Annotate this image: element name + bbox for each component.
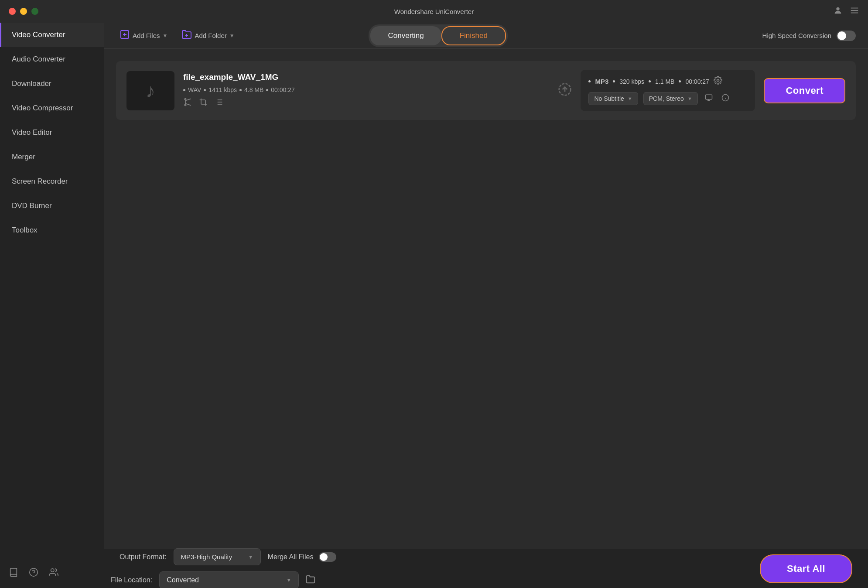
start-all-button[interactable]: Start All [760,554,852,583]
output-format-label: Output Format: [120,553,167,561]
app-title: Wondershare UniConverter [394,8,474,15]
file-location-row: File Location: Converted ▼ [111,571,336,588]
merge-toggle[interactable] [319,552,336,562]
dot1 [183,89,185,91]
hsc-toggle[interactable] [837,31,856,41]
content-area: ♪ file_example_WAV_1MG WAV 1411 kbps 4.8… [104,49,868,549]
file-name: file_example_WAV_1MG [183,72,549,82]
menu-icon[interactable] [850,6,859,17]
question-icon[interactable] [29,567,38,579]
location-dropdown[interactable]: Converted ▼ [159,571,299,588]
crop-icon[interactable] [199,98,208,109]
bottom-bar: Output Format: MP3-High Quality ▼ Merge … [104,549,868,588]
toolbar: Add Files ▼ Add Folder ▼ Converting Fini… [104,23,868,49]
out-dot1 [588,80,591,82]
output-bitrate: 320 kbps [619,78,644,85]
settings-gear-icon[interactable] [714,76,722,87]
hsc-label: High Speed Conversion [762,32,831,39]
format-dropdown-value: MP3-High Quality [181,553,232,561]
audio-chevron: ▼ [687,96,692,101]
sidebar-item-screen-recorder[interactable]: Screen Recorder [0,169,104,194]
svg-rect-25 [705,95,712,99]
sidebar-item-merger[interactable]: Merger [0,145,104,169]
file-thumbnail: ♪ [126,71,174,110]
output-format: MP3 [595,78,608,85]
sidebar-bottom [0,559,104,588]
file-location-label: File Location: [111,576,152,584]
source-bitrate: 1411 kbps [208,86,237,93]
add-files-icon [120,29,130,42]
output-size: 1.1 MB [655,78,674,85]
dot2 [204,89,206,91]
main-content: Add Files ▼ Add Folder ▼ Converting Fini… [104,23,868,588]
add-folder-icon [181,29,192,42]
add-folder-chevron: ▼ [229,33,235,39]
sidebar: Video Converter Audio Converter Download… [0,23,104,588]
svg-point-4 [30,568,38,576]
cut-icon[interactable] [183,98,192,109]
audio-dropdown[interactable]: PCM, Stereo ▼ [643,92,698,105]
format-dropdown[interactable]: MP3-High Quality ▼ [174,548,261,565]
book-icon[interactable] [9,567,18,579]
file-source-meta: WAV 1411 kbps 4.8 MB 00:00:27 [183,86,549,93]
tab-finished[interactable]: Finished [441,26,506,45]
sidebar-item-video-editor[interactable]: Video Editor [0,120,104,145]
sidebar-item-video-converter[interactable]: Video Converter [0,23,104,47]
people-icon[interactable] [49,567,58,579]
format-dropdown-chevron: ▼ [248,554,253,560]
convert-arrow-icon [558,82,572,99]
tab-switcher: Converting Finished [369,24,507,47]
audio-value: PCM, Stereo [649,95,684,102]
sidebar-item-video-compressor[interactable]: Video Compressor [0,96,104,120]
add-files-button[interactable]: Add Files ▼ [116,27,171,44]
svg-point-12 [185,104,186,106]
source-size: 4.8 MB [244,86,263,93]
convert-button[interactable]: Convert [764,78,845,103]
bottom-controls: Output Format: MP3-High Quality ▼ Merge … [120,548,336,588]
tab-converting[interactable]: Converting [370,26,441,45]
hsc-area: High Speed Conversion [762,31,856,41]
svg-point-6 [51,569,54,572]
out-dot3 [649,80,651,82]
output-duration: 00:00:27 [685,78,709,85]
format-row: Output Format: MP3-High Quality ▼ Merge … [120,548,336,565]
sidebar-item-toolbox[interactable]: Toolbox [0,218,104,243]
subtitle-row: No Subtitle ▼ PCM, Stereo ▼ [588,92,747,105]
merge-area: Merge All Files [268,552,336,562]
svg-point-13 [185,99,186,100]
sidebar-item-audio-converter[interactable]: Audio Converter [0,47,104,72]
add-folder-button[interactable]: Add Folder ▼ [178,27,238,44]
minimize-button[interactable] [20,8,27,15]
file-actions [183,98,549,109]
out-dot4 [679,80,681,82]
source-format: WAV [188,86,201,93]
profile-icon[interactable] [833,6,843,17]
app-body: Video Converter Audio Converter Download… [0,23,868,588]
location-chevron: ▼ [286,577,291,583]
maximize-button[interactable] [31,8,38,15]
out-dot2 [613,80,615,82]
sidebar-item-downloader[interactable]: Downloader [0,72,104,96]
sidebar-item-dvd-burner[interactable]: DVD Burner [0,194,104,218]
location-value: Converted [167,576,199,584]
list-icon[interactable] [215,98,223,109]
file-card: ♪ file_example_WAV_1MG WAV 1411 kbps 4.8… [116,61,856,120]
subtitle-chevron: ▼ [628,96,632,101]
open-folder-button[interactable] [306,574,315,586]
titlebar: Wondershare UniConverter [0,0,868,23]
svg-point-24 [717,79,719,82]
merge-label: Merge All Files [268,553,314,561]
subtitle-preview-icon[interactable] [703,92,714,105]
output-settings: MP3 320 kbps 1.1 MB 00:00:27 No Sub [581,70,755,111]
music-note-icon: ♪ [146,80,155,102]
close-button[interactable] [9,8,16,15]
window-controls [9,8,38,15]
subtitle-dropdown[interactable]: No Subtitle ▼ [588,92,638,105]
dot3 [239,89,242,91]
info-icon[interactable] [720,92,731,105]
source-duration: 00:00:27 [271,86,295,93]
output-format-row: MP3 320 kbps 1.1 MB 00:00:27 [588,76,747,87]
add-files-chevron: ▼ [163,33,168,39]
merge-toggle-knob [320,553,328,561]
dot4 [266,89,268,91]
